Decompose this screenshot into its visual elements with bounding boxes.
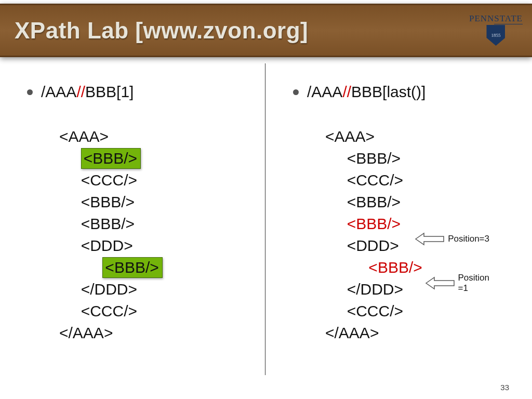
xpath-seg-aaa: /AAA bbox=[307, 83, 342, 100]
xml-line: <CCC/> bbox=[325, 169, 521, 191]
bullet-row-right: /AAA//BBB[last()] bbox=[293, 83, 521, 101]
svg-marker-1 bbox=[426, 277, 454, 289]
slide: XPath Lab [www.zvon.org] PENNSTATE 1855 … bbox=[0, 0, 532, 399]
right-column: /AAA//BBB[last()] <AAA> <BBB/> <CCC/> <B… bbox=[266, 73, 532, 399]
arrow-left-icon bbox=[425, 275, 455, 291]
xpath-expression-right: /AAA//BBB[last()] bbox=[307, 83, 425, 101]
xml-line: <CCC/> bbox=[59, 300, 255, 322]
arrow-left-icon bbox=[415, 231, 445, 247]
callout-arrow-2: Position =1 bbox=[425, 273, 489, 293]
xpath-seg-slashslash: // bbox=[76, 83, 85, 100]
xml-highlight-red: <BBB/> bbox=[347, 215, 401, 232]
xml-line: <CCC/> bbox=[325, 300, 521, 322]
slide-title: XPath Lab [www.zvon.org] bbox=[15, 18, 308, 44]
xml-line: <BBB/> bbox=[325, 257, 521, 278]
xml-line: <DDD> bbox=[59, 235, 255, 257]
xml-line: </DDD> bbox=[59, 278, 255, 300]
xpath-seg-aaa: /AAA bbox=[41, 83, 76, 100]
logo-penn: PENN bbox=[469, 14, 494, 23]
page-number: 33 bbox=[500, 383, 509, 392]
xpath-seg-bbb: BBB[last()] bbox=[351, 83, 425, 100]
callout-arrow-1: Position=3 bbox=[415, 231, 489, 247]
xml-line: <BBB/> bbox=[325, 191, 521, 213]
bullet-icon bbox=[27, 89, 33, 95]
shield-icon: 1855 bbox=[486, 25, 505, 46]
bullet-row-left: /AAA//BBB[1] bbox=[27, 83, 255, 101]
xml-line: <BBB/> bbox=[59, 148, 255, 169]
title-band: XPath Lab [www.zvon.org] bbox=[0, 4, 532, 57]
xml-block-left: <AAA> <BBB/> <CCC/> <BBB/> <BBB/> <DDD> … bbox=[59, 126, 255, 344]
highlight-box: <BBB/> bbox=[81, 148, 141, 169]
xml-line: <BBB/> bbox=[59, 191, 255, 213]
xml-line: </AAA> bbox=[325, 322, 521, 344]
callout-text: Position =1 bbox=[458, 273, 489, 293]
highlight-box: <BBB/> bbox=[102, 257, 162, 278]
xml-line: <AAA> bbox=[59, 126, 255, 148]
xml-line: </DDD> bbox=[325, 278, 521, 300]
xpath-seg-slashslash: // bbox=[342, 83, 351, 100]
callout-text: Position=3 bbox=[448, 234, 489, 244]
xml-line: <AAA> bbox=[325, 126, 521, 148]
xml-line: <BBB/> bbox=[325, 148, 521, 169]
xml-line: <BBB/> bbox=[59, 213, 255, 235]
xml-highlight-red: <BBB/> bbox=[368, 259, 422, 276]
left-column: /AAA//BBB[1] <AAA> <BBB/> <CCC/> <BBB/> … bbox=[0, 73, 266, 399]
xml-line: <BBB/> bbox=[59, 257, 255, 278]
pennstate-logo: PENNSTATE 1855 bbox=[469, 14, 523, 46]
xml-line: </AAA> bbox=[59, 322, 255, 344]
logo-state: STATE bbox=[494, 14, 523, 24]
xpath-seg-bbb: BBB[1] bbox=[85, 83, 134, 100]
xml-line: <CCC/> bbox=[59, 169, 255, 191]
xpath-expression-left: /AAA//BBB[1] bbox=[41, 83, 134, 101]
logo-text: PENNSTATE bbox=[469, 14, 523, 24]
bullet-icon bbox=[293, 89, 299, 95]
shield-year: 1855 bbox=[491, 33, 500, 38]
svg-marker-0 bbox=[416, 233, 444, 245]
